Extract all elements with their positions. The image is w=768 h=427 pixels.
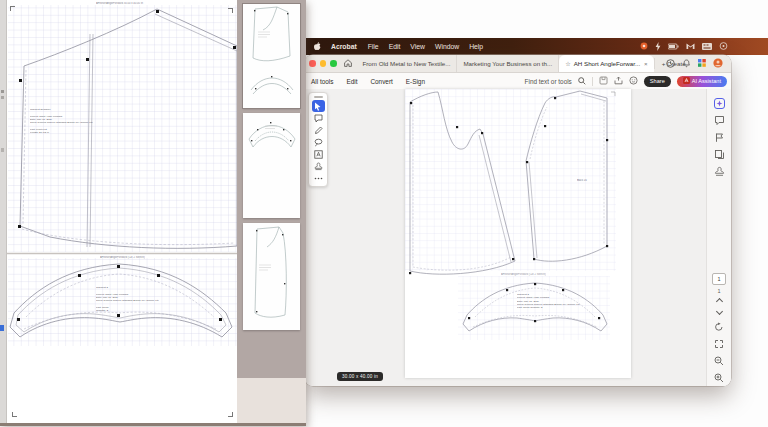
rotate-icon[interactable] xyxy=(714,318,725,329)
history-clock-icon[interactable] xyxy=(666,59,675,69)
page-number-input[interactable]: 1 xyxy=(712,273,726,285)
comments-icon[interactable] xyxy=(714,112,725,123)
thumbnail-3-drawing xyxy=(243,223,300,330)
pen-tool[interactable] xyxy=(312,124,325,136)
apps-grid-icon[interactable] xyxy=(698,59,706,68)
more-tools[interactable] xyxy=(312,172,325,184)
menu-item-window[interactable]: Window xyxy=(435,43,459,50)
acrobat-window: From Old Metal to New Textile... Marketi… xyxy=(305,55,731,386)
collar-page-header: AHShortAngleForward (Col 2 Sleeve) xyxy=(501,273,546,276)
screen-record-icon[interactable] xyxy=(640,42,648,51)
gmail-icon[interactable] xyxy=(686,42,695,51)
crop-mark xyxy=(12,412,17,417)
thumbnail-2-drawing xyxy=(243,113,300,218)
battery-icon[interactable] xyxy=(668,43,679,51)
right-rail: 1 1 xyxy=(706,89,731,386)
account-avatar[interactable] xyxy=(713,58,723,69)
zoom-in-icon[interactable] xyxy=(714,369,725,380)
page2-header: AHShortAngleForward (Col 2 Sleeve) xyxy=(100,256,145,259)
ai-assistant-logo-icon xyxy=(683,77,690,85)
edge-tool-mark[interactable] xyxy=(1,96,4,99)
menu-item-view[interactable]: View xyxy=(410,43,425,50)
pages-icon[interactable] xyxy=(714,146,725,157)
edit-button[interactable]: Edit xyxy=(346,78,357,85)
comment-tool[interactable] xyxy=(312,112,325,124)
desktop: Acrobat File Edit View Window Help From … xyxy=(0,0,768,427)
stamp-icon[interactable] xyxy=(714,163,725,174)
save-icon[interactable] xyxy=(599,76,608,86)
page1-header: AHShortAngleForward 30.00 x 40.00 in xyxy=(96,2,143,5)
control-center-icon[interactable] xyxy=(719,42,728,51)
crop-mark xyxy=(228,412,233,417)
macos-menu-bar: Acrobat File Edit View Window Help xyxy=(302,38,768,55)
thumbnail-page-2[interactable] xyxy=(243,113,300,218)
convert-button[interactable]: Convert xyxy=(370,78,392,85)
menu-item-file[interactable]: File xyxy=(368,43,379,50)
thumbnail-panel-footer xyxy=(237,378,306,423)
edge-tool-mark[interactable] xyxy=(1,90,4,93)
print-icon[interactable] xyxy=(614,76,623,86)
tab-marketing-business[interactable]: Marketing Your Business on th... xyxy=(457,55,559,72)
page-total-label: 1 xyxy=(717,288,720,294)
drag-handle[interactable] xyxy=(314,96,323,98)
close-window-button[interactable] xyxy=(309,60,316,67)
page1-info-block: Garment Designer Project: Short Angle Fo… xyxy=(30,108,156,134)
page2-info-block: Garment 2 Project: Short Angle Forward D… xyxy=(96,286,222,312)
acrobat-toolbar: All tools Edit Convert E-Sign Find text … xyxy=(305,73,731,90)
ai-assistant-button[interactable]: AI Assistant xyxy=(677,76,727,87)
fit-view-icon[interactable] xyxy=(714,335,725,346)
pattern-drawing xyxy=(405,89,631,378)
back-size-label: Back 16 xyxy=(577,179,587,182)
stamp-tool[interactable] xyxy=(312,160,325,172)
thumbnail-1-drawing xyxy=(243,4,300,108)
pattern-window: AHShortAngleForward 30.00 x 40.00 in Gar… xyxy=(0,0,306,426)
thumbnail-panel xyxy=(237,0,306,378)
notifications-bell-icon[interactable] xyxy=(682,59,691,69)
close-tab-icon[interactable]: × xyxy=(644,60,648,67)
share-button[interactable]: Share xyxy=(644,76,671,87)
toolbar-right-cluster: Find text or tools Share AI Assistant xyxy=(525,76,727,87)
tab-bar-right-icons xyxy=(666,58,723,69)
star-icon[interactable]: ☆ xyxy=(565,60,571,67)
ai-assistant-icon[interactable] xyxy=(714,95,725,106)
keyboard-icon[interactable] xyxy=(702,43,712,51)
crop-mark xyxy=(228,8,233,13)
acrobat-tab-bar: From Old Metal to New Textile... Marketi… xyxy=(305,55,731,73)
text-box-tool[interactable] xyxy=(312,148,325,160)
select-tool[interactable] xyxy=(312,100,325,112)
tab-ah-short-angleforward[interactable]: ☆ AH Short AngleForwar... × xyxy=(559,55,654,72)
home-icon[interactable] xyxy=(344,59,352,68)
menu-item-edit[interactable]: Edit xyxy=(389,43,401,50)
find-label[interactable]: Find text or tools xyxy=(525,78,572,85)
search-icon[interactable] xyxy=(578,77,586,86)
all-tools-button[interactable]: All tools xyxy=(311,78,333,85)
apple-menu-icon[interactable] xyxy=(314,42,321,52)
lasso-tool[interactable] xyxy=(312,136,325,148)
page-up-icon[interactable] xyxy=(715,298,722,305)
thumbnail-page-3[interactable] xyxy=(243,223,300,330)
zoom-out-icon[interactable] xyxy=(714,352,725,363)
bolt-icon[interactable] xyxy=(655,42,661,52)
edge-tool-mark-active[interactable] xyxy=(0,325,4,331)
edge-tool-mark[interactable] xyxy=(1,148,4,152)
esign-button[interactable]: E-Sign xyxy=(406,78,425,85)
pattern-pages-drawing[interactable] xyxy=(6,0,237,420)
tab-from-old-metal[interactable]: From Old Metal to New Textile... xyxy=(357,55,458,72)
minimize-window-button[interactable] xyxy=(320,60,327,67)
page-size-tooltip: 30.00 x 40.00 in xyxy=(337,372,383,381)
page-down-icon[interactable] xyxy=(715,308,722,315)
collar-info-block: Garment 2 Project: Short Angle Forward D… xyxy=(517,293,626,309)
crop-mark xyxy=(10,6,15,11)
menu-item-help[interactable]: Help xyxy=(469,43,483,50)
toolbar-divider xyxy=(592,77,593,86)
zoom-window-button[interactable] xyxy=(330,60,337,67)
thumbnail-page-1[interactable] xyxy=(243,4,300,108)
menu-app-name[interactable]: Acrobat xyxy=(331,43,357,50)
document-area: Back 16 AHShortAngleForward (Col 2 Sleev… xyxy=(305,89,731,386)
left-edge-toolbar xyxy=(0,0,7,423)
flag-icon[interactable] xyxy=(714,129,725,140)
sticker-icon[interactable] xyxy=(629,76,638,86)
menu-status-icons xyxy=(640,38,728,55)
pdf-page[interactable]: Back 16 AHShortAngleForward (Col 2 Sleev… xyxy=(405,89,631,378)
quick-tools-panel xyxy=(308,92,328,187)
